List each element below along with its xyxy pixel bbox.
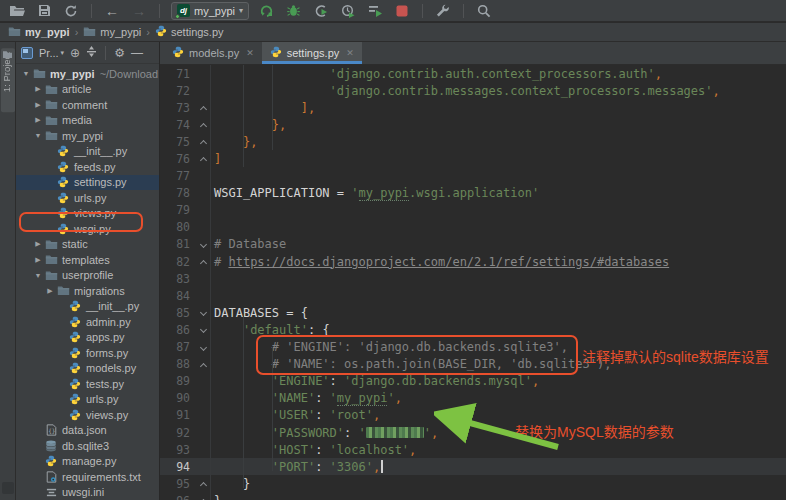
code-line-75[interactable]: 75 },	[160, 133, 786, 150]
line-number[interactable]: 83	[160, 272, 198, 286]
tree-item-manage.py[interactable]: manage.py	[16, 454, 159, 470]
code-line-78[interactable]: 78WSGI_APPLICATION = 'my_pypi.wsgi.appli…	[160, 185, 786, 202]
close-icon[interactable]: ✕	[346, 48, 354, 58]
fold-start-icon[interactable]	[201, 345, 207, 351]
fold-end-icon[interactable]	[201, 139, 207, 145]
locate-icon[interactable]: ⊕	[70, 47, 80, 59]
tree-item-forms.py[interactable]: forms.py	[16, 345, 159, 361]
line-number[interactable]: 92	[160, 426, 198, 440]
tree-item-static[interactable]: ▶static	[16, 237, 159, 253]
tree-item-__init__.py[interactable]: __init__.py	[16, 144, 159, 160]
code-line-92[interactable]: 92 'PASSWORD': '',	[160, 424, 786, 441]
close-icon[interactable]: ✕	[246, 48, 254, 58]
code-line-72[interactable]: 72 'django.contrib.messages.context_proc…	[160, 82, 786, 99]
fold-end-icon[interactable]	[201, 259, 207, 265]
wrench-icon[interactable]	[434, 2, 452, 20]
line-number[interactable]: 84	[160, 289, 198, 303]
code-line-88[interactable]: 88 # 'NAME': os.path.join(BASE_DIR, 'db.…	[160, 356, 786, 373]
project-view-selector[interactable]: Pr...▾	[39, 47, 64, 59]
code-line-81[interactable]: 81# Database	[160, 236, 786, 253]
fold-end-icon[interactable]	[201, 156, 207, 162]
code-line-87[interactable]: 87 # 'ENGINE': 'django.db.backends.sqlit…	[160, 339, 786, 356]
tree-item-models.py[interactable]: models.py	[16, 361, 159, 377]
line-number[interactable]: 71	[160, 67, 198, 81]
run-with-coverage-button[interactable]	[312, 2, 330, 20]
breadcrumb-item[interactable]: my_pypi	[83, 26, 141, 39]
breadcrumb-item[interactable]: settings.py	[155, 25, 224, 39]
chevron-right-icon[interactable]: ▶	[32, 256, 44, 264]
sync-icon[interactable]	[62, 2, 80, 20]
tree-item-views.py[interactable]: views.py	[16, 206, 159, 222]
line-number[interactable]: 85	[160, 306, 198, 320]
fold-gutter[interactable]	[198, 150, 211, 167]
editor-tab-settings.py[interactable]: settings.py✕	[262, 42, 362, 64]
tree-item-urls.py[interactable]: urls.py	[16, 392, 159, 408]
line-number[interactable]: 95	[160, 477, 198, 491]
chevron-down-icon[interactable]: ▼	[32, 132, 44, 139]
fold-gutter[interactable]	[198, 492, 211, 500]
line-number[interactable]: 91	[160, 408, 198, 422]
line-number[interactable]: 77	[160, 169, 198, 183]
line-number[interactable]: 82	[160, 255, 198, 269]
editor-tab-models.py[interactable]: models.py✕	[164, 42, 262, 64]
code-line-90[interactable]: 90 'NAME': 'my_pypi',	[160, 390, 786, 407]
hide-panel-icon[interactable]: —	[131, 47, 143, 59]
fold-gutter[interactable]	[198, 133, 211, 150]
line-number[interactable]: 88	[160, 357, 198, 371]
debug-button[interactable]	[285, 2, 303, 20]
chevron-right-icon[interactable]: ▶	[32, 240, 44, 248]
chevron-down-icon[interactable]: ▼	[20, 70, 32, 77]
tree-item-apps.py[interactable]: apps.py	[16, 330, 159, 346]
line-number[interactable]: 94	[160, 460, 198, 474]
tree-item-comment[interactable]: ▶comment	[16, 97, 159, 113]
run-configurations-button[interactable]	[366, 2, 384, 20]
tree-item-templates[interactable]: ▶templates	[16, 252, 159, 268]
line-number[interactable]: 96	[160, 494, 198, 500]
run-configuration-dropdown[interactable]: dj my_pypi ▾	[171, 2, 249, 20]
save-all-icon[interactable]	[35, 2, 53, 20]
line-number[interactable]: 78	[160, 186, 198, 200]
fold-end-icon[interactable]	[201, 122, 207, 128]
run-button[interactable]	[258, 2, 276, 20]
chevron-right-icon[interactable]: ▶	[32, 116, 44, 124]
tree-item-__init__.py[interactable]: __init__.py	[16, 299, 159, 315]
fold-start-icon[interactable]	[201, 310, 207, 316]
line-number[interactable]: 87	[160, 340, 198, 354]
tree-item-feeds.py[interactable]: feeds.py	[16, 159, 159, 175]
tree-item-data.json[interactable]: {}data.json	[16, 423, 159, 439]
fold-gutter[interactable]	[198, 304, 211, 321]
tree-item-media[interactable]: ▶media	[16, 113, 159, 129]
tree-item-views.py[interactable]: views.py	[16, 407, 159, 423]
forward-button[interactable]: →	[130, 2, 148, 20]
open-folder-icon[interactable]	[8, 2, 26, 20]
fold-gutter[interactable]	[198, 339, 211, 356]
code-line-86[interactable]: 86 'default': {	[160, 321, 786, 338]
code-line-76[interactable]: 76]	[160, 150, 786, 167]
profiler-button[interactable]	[339, 2, 357, 20]
chevron-down-icon[interactable]: ▼	[32, 272, 44, 279]
fold-gutter[interactable]	[198, 99, 211, 116]
fold-start-icon[interactable]	[201, 327, 207, 333]
chevron-right-icon[interactable]: ▶	[44, 287, 56, 295]
tree-item-userprofile[interactable]: ▼userprofile	[16, 268, 159, 284]
code-line-73[interactable]: 73 ],	[160, 99, 786, 116]
code-line-95[interactable]: 95 }	[160, 475, 786, 492]
tree-item-wsgi.py[interactable]: wsgi.py	[16, 221, 159, 237]
line-number[interactable]: 72	[160, 84, 198, 98]
tree-item-my_pypi[interactable]: ▼my_pypi~/Download	[16, 66, 159, 82]
tree-item-my_pypi[interactable]: ▼my_pypi	[16, 128, 159, 144]
fold-gutter[interactable]	[198, 116, 211, 133]
line-number[interactable]: 93	[160, 443, 198, 457]
tree-item-requirements.txt[interactable]: requirements.txt	[16, 469, 159, 485]
code-line-71[interactable]: 71 'django.contrib.auth.context_processo…	[160, 65, 786, 82]
code-line-80[interactable]: 80	[160, 219, 786, 236]
code-line-84[interactable]: 84	[160, 287, 786, 304]
tree-item-settings.py[interactable]: settings.py	[16, 175, 159, 191]
line-number[interactable]: 79	[160, 203, 198, 217]
stripe-bottom-icon[interactable]	[2, 482, 14, 494]
line-number[interactable]: 81	[160, 237, 198, 251]
line-number[interactable]: 90	[160, 391, 198, 405]
code-line-91[interactable]: 91 'USER': 'root',	[160, 407, 786, 424]
line-number[interactable]: 74	[160, 118, 198, 132]
breadcrumb-item[interactable]: my_pypi	[8, 26, 70, 39]
